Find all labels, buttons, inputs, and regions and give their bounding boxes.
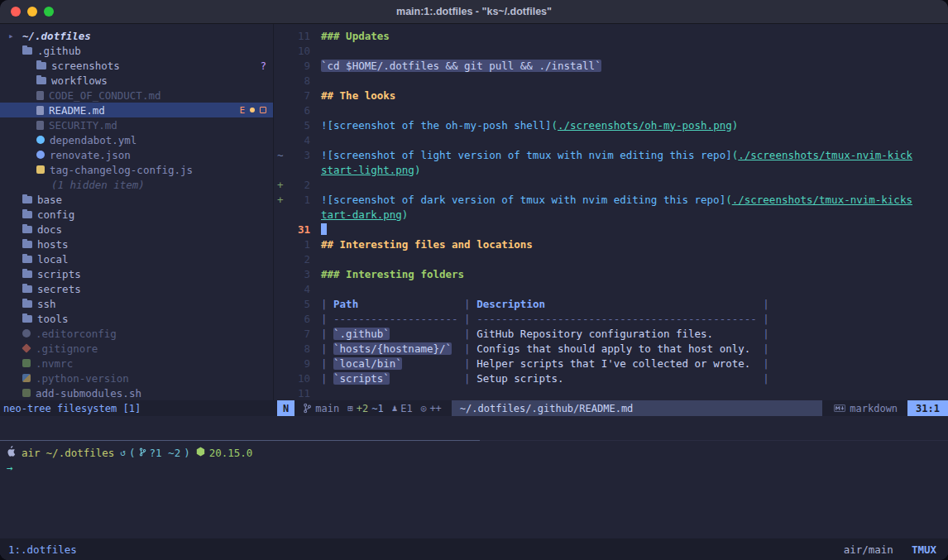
tmux-session-name: air/main — [844, 543, 893, 556]
line-text: ## The looks — [310, 89, 395, 102]
tree-item-label: README.md — [49, 104, 105, 117]
diagnostics-icon: ♟ — [392, 403, 398, 414]
folder-icon — [22, 241, 32, 248]
gutter-sign: + — [274, 194, 289, 206]
editor-line[interactable]: start-light.png) — [274, 162, 948, 177]
editor-line[interactable]: 10| `scripts` | Setup scripts. | — [274, 371, 948, 385]
modified-dot-icon — [250, 108, 255, 112]
editor-line[interactable]: 31 — [274, 222, 948, 237]
editor-line[interactable]: 11### Updates — [274, 28, 948, 43]
editor-line[interactable]: 8 — [274, 73, 948, 88]
editor-buffer[interactable]: 11### Updates109`cd $HOME/.dotfiles && g… — [274, 28, 948, 400]
tree-item-local[interactable]: local — [0, 251, 273, 266]
pane-border[interactable] — [480, 440, 948, 441]
diff-added: +2 — [357, 403, 368, 414]
pane-border-active[interactable] — [0, 440, 480, 441]
git-untracked-badge: ? — [260, 60, 266, 72]
tree-item-add-submodules-sh[interactable]: add-submodules.sh — [0, 385, 273, 400]
sync-icon: ↺ — [120, 448, 126, 458]
line-number: 1 — [289, 194, 310, 206]
item-indicators: E — [239, 105, 266, 116]
line-number: 10 — [289, 45, 310, 57]
editor-line[interactable]: 8| `hosts/{hostname}/` | Configs that sh… — [274, 341, 948, 356]
diagnostics-count: E1 — [400, 403, 412, 414]
line-number: 8 — [289, 342, 310, 355]
tree-item-dotfiles[interactable]: ▸~/.dotfiles — [0, 28, 273, 43]
line-number: 1 — [289, 238, 310, 251]
editor-line[interactable]: 5| Path | Description | — [274, 296, 948, 311]
editor-line[interactable]: 10 — [274, 43, 948, 58]
editor-line[interactable]: 2 — [274, 251, 948, 266]
editor-line[interactable]: 4 — [274, 132, 948, 147]
tree-item-security-md[interactable]: SECURITY.md — [0, 117, 273, 132]
editor-line[interactable]: 9`cd $HOME/.dotfiles && git pull && ./in… — [274, 58, 948, 73]
editor-line[interactable]: 4 — [274, 281, 948, 296]
tree-item-1-hidden-item[interactable]: (1 hidden item) — [0, 177, 273, 192]
expander-icon[interactable]: ▸ — [8, 31, 17, 41]
markdown-icon — [834, 404, 845, 412]
line-text: | `hosts/{hostname}/` | Configs that sho… — [310, 342, 769, 355]
line-number: 7 — [289, 89, 310, 102]
editor-line[interactable]: 7| `.github` | GitHub Repository configu… — [274, 326, 948, 341]
prompt-host: air — [22, 447, 41, 459]
tree-item-renovate-json[interactable]: renovate.json — [0, 147, 273, 162]
tree-item-gitignore[interactable]: .gitignore — [0, 341, 273, 356]
tree-item-label: tag-changelog-config.js — [50, 164, 193, 176]
editor-line[interactable]: 6| -------------------- | --------------… — [274, 311, 948, 326]
minimize-button[interactable] — [27, 7, 37, 17]
tree-item-label: .python-version — [36, 372, 129, 385]
editor-line[interactable]: 11 — [274, 385, 948, 400]
folder-icon — [22, 196, 32, 203]
tree-item-ssh[interactable]: ssh — [0, 296, 273, 311]
line-number: 4 — [289, 283, 310, 295]
file-icon — [36, 165, 45, 174]
tree-item-label: add-submodules.sh — [36, 387, 141, 400]
editor-line[interactable]: +1![screenshot of dark version of tmux w… — [274, 192, 948, 207]
nodejs-icon — [196, 447, 205, 459]
tree-item-config[interactable]: config — [0, 207, 273, 222]
tree-item-readme-md[interactable]: README.mdE — [0, 103, 273, 117]
tree-item-nvmrc[interactable]: .nvmrc — [0, 356, 273, 371]
tree-item-hosts[interactable]: hosts — [0, 237, 273, 251]
tree-item-docs[interactable]: docs — [0, 222, 273, 237]
editor-line[interactable]: tart-dark.png) — [274, 207, 948, 222]
tree-item-tools[interactable]: tools — [0, 311, 273, 326]
tmux-window-item[interactable]: 1:.dotfiles — [8, 543, 77, 556]
apple-icon — [7, 446, 16, 459]
file-icon — [36, 151, 45, 159]
line-text: | Path | Description | — [310, 298, 769, 310]
editor-line[interactable]: 7## The looks — [274, 88, 948, 103]
tree-item-tag-changelog-config-js[interactable]: tag-changelog-config.js — [0, 162, 273, 177]
folder-icon — [22, 226, 32, 233]
shell-pane[interactable]: air ~/.dotfiles ↺ ( ?1 ~2 ) 20.15.0 → — [7, 445, 948, 475]
tree-item-scripts[interactable]: scripts — [0, 266, 273, 281]
tree-item-screenshots[interactable]: screenshots? — [0, 58, 273, 73]
tree-item-label: tools — [37, 313, 69, 325]
tree-item-python-version[interactable]: .python-version — [0, 371, 273, 385]
editor-line[interactable]: ~3![screenshot of light version of tmux … — [274, 147, 948, 162]
close-button[interactable] — [11, 7, 21, 17]
tree-item-workflows[interactable]: workflows — [0, 73, 273, 88]
tree-item-github[interactable]: .github — [0, 43, 273, 58]
editor-line[interactable]: 3### Interesting folders — [274, 266, 948, 281]
editor-line[interactable]: 5![screenshot of the oh-my-posh shell](.… — [274, 117, 948, 132]
file-icon — [22, 359, 31, 367]
tree-item-editorconfig[interactable]: .editorconfig — [0, 326, 273, 341]
tree-item-label: .editorconfig — [36, 328, 117, 340]
filetype-label: markdown — [850, 403, 898, 414]
tree-item-secrets[interactable]: secrets — [0, 281, 273, 296]
editor-line[interactable]: +2 — [274, 177, 948, 192]
tree-item-dependabot-yml[interactable]: dependabot.yml — [0, 132, 273, 147]
tree-item-base[interactable]: base — [0, 192, 273, 207]
diagnostics: ♟ E1 — [392, 403, 413, 414]
gutter-sign: + — [274, 179, 289, 191]
prompt-git-status: ?1 ~2 — [150, 447, 181, 459]
tree-item-code-of-conduct-md[interactable]: CODE_OF_CONDUCT.md — [0, 88, 273, 103]
editor-line[interactable]: 1## Interesting files and locations — [274, 237, 948, 251]
tree-item-label: docs — [37, 223, 62, 236]
branch-icon — [303, 403, 312, 414]
zoom-button[interactable] — [44, 7, 54, 17]
editor-line[interactable]: 9| `local/bin` | Helper scripts that I'v… — [274, 356, 948, 371]
editor-line[interactable]: 6 — [274, 103, 948, 117]
titlebar: main:1:.dotfiles - "ks~/.dotfiles" — [0, 0, 948, 24]
